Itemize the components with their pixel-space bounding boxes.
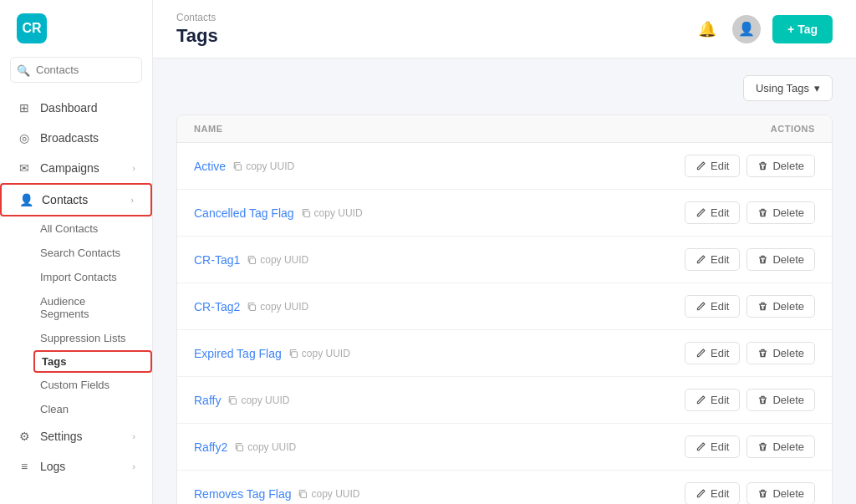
row-actions: Edit Delete — [685, 295, 815, 318]
edit-button[interactable]: Edit — [685, 155, 740, 177]
sidebar-item-broadcasts[interactable]: ◎ Broadcasts — [0, 123, 152, 153]
notifications-icon[interactable]: 🔔 — [694, 16, 721, 43]
svg-rect-0 — [236, 164, 242, 170]
trash-icon — [757, 160, 768, 171]
table-row: Raffy2 copy UUID Edit Delete — [177, 424, 832, 471]
tag-name[interactable]: CR-Tag1 — [194, 253, 240, 267]
sidebar-item-label: Campaigns — [40, 161, 99, 175]
copy-uuid-button[interactable]: copy UUID — [227, 395, 289, 406]
svg-rect-4 — [292, 351, 298, 357]
svg-rect-7 — [301, 491, 307, 497]
edit-button[interactable]: Edit — [685, 482, 740, 504]
delete-button[interactable]: Delete — [746, 482, 815, 504]
logo-area: CR — [0, 0, 152, 57]
subnav-tags[interactable]: Tags — [33, 350, 152, 373]
sidebar: CR 🔍 ⊞ Dashboard ◎ Broadcasts ✉ Campaign… — [0, 0, 153, 504]
sidebar-item-campaigns[interactable]: ✉ Campaigns › — [0, 153, 152, 183]
column-header-actions: ACTIONS — [771, 124, 815, 134]
tag-name-cell: Raffy2 copy UUID — [194, 440, 296, 454]
edit-icon — [696, 441, 706, 452]
delete-button[interactable]: Delete — [746, 435, 815, 458]
tag-name[interactable]: Cancelled Tag Flag — [194, 206, 294, 220]
delete-button[interactable]: Delete — [746, 201, 815, 224]
subnav-audience-segments[interactable]: Audience Segments — [40, 289, 152, 326]
copy-icon — [247, 302, 257, 312]
copy-uuid-button[interactable]: copy UUID — [247, 254, 308, 266]
sidebar-item-logs[interactable]: ≡ Logs › — [0, 451, 152, 481]
edit-icon — [696, 254, 706, 265]
tag-name[interactable]: Raffy — [194, 394, 221, 407]
settings-icon: ⚙ — [17, 430, 32, 443]
filter-label: Using Tags — [756, 82, 809, 94]
subnav-custom-fields[interactable]: Custom Fields — [40, 373, 152, 397]
edit-button[interactable]: Edit — [685, 248, 740, 271]
edit-icon — [696, 395, 706, 405]
delete-button[interactable]: Delete — [746, 248, 815, 271]
tag-name-cell: Expired Tag Flag copy UUID — [194, 347, 350, 360]
sidebar-item-settings[interactable]: ⚙ Settings › — [0, 421, 152, 451]
edit-button[interactable]: Edit — [685, 201, 740, 224]
user-avatar[interactable]: 👤 — [732, 15, 761, 43]
copy-uuid-button[interactable]: copy UUID — [232, 160, 294, 172]
row-actions: Edit Delete — [685, 155, 815, 177]
copy-uuid-button[interactable]: copy UUID — [288, 348, 350, 359]
tag-name-cell: CR-Tag2 copy UUID — [194, 300, 308, 313]
edit-icon — [696, 348, 706, 359]
app-logo: CR — [17, 13, 47, 43]
tag-name[interactable]: CR-Tag2 — [194, 300, 240, 313]
trash-icon — [757, 441, 768, 452]
chevron-right-icon: › — [132, 431, 135, 441]
table-body: Active copy UUID Edit Delete — [177, 143, 832, 504]
copy-uuid-button[interactable]: copy UUID — [234, 441, 296, 453]
copy-icon — [227, 395, 237, 405]
trash-icon — [757, 207, 768, 218]
sidebar-item-dashboard[interactable]: ⊞ Dashboard — [0, 93, 152, 123]
delete-button[interactable]: Delete — [746, 389, 815, 411]
copy-uuid-button[interactable]: copy UUID — [298, 488, 359, 500]
chevron-down-icon: ▾ — [814, 82, 820, 94]
svg-rect-5 — [231, 398, 237, 404]
contacts-icon: 👤 — [18, 193, 33, 206]
topbar-right: 🔔 👤 + Tag — [694, 15, 833, 43]
tag-name[interactable]: Expired Tag Flag — [194, 347, 282, 360]
sidebar-item-label: Contacts — [42, 193, 88, 206]
delete-button[interactable]: Delete — [746, 342, 815, 364]
edit-button[interactable]: Edit — [685, 295, 740, 318]
tags-table: NAME ACTIONS Active copy UUID Edit — [176, 115, 833, 504]
main-content: Contacts Tags 🔔 👤 + Tag Using Tags ▾ NAM… — [153, 0, 856, 504]
chevron-right-icon: › — [130, 195, 134, 205]
delete-button[interactable]: Delete — [746, 155, 815, 177]
using-tags-dropdown[interactable]: Using Tags ▾ — [743, 75, 833, 101]
edit-button[interactable]: Edit — [685, 435, 740, 458]
subnav-suppression-lists[interactable]: Suppression Lists — [40, 326, 152, 350]
subnav-all-contacts[interactable]: All Contacts — [40, 216, 152, 241]
add-tag-button[interactable]: + Tag — [772, 15, 833, 43]
sidebar-item-label: Settings — [40, 430, 83, 443]
copy-icon — [232, 161, 242, 171]
chevron-right-icon: › — [132, 461, 135, 471]
svg-rect-3 — [250, 304, 256, 310]
contacts-subnav: All Contacts Search Contacts Import Cont… — [0, 216, 152, 421]
svg-rect-6 — [237, 445, 243, 451]
edit-button[interactable]: Edit — [685, 389, 740, 411]
sidebar-item-label: Broadcasts — [40, 131, 99, 145]
copy-uuid-button[interactable]: copy UUID — [301, 207, 363, 219]
delete-button[interactable]: Delete — [746, 295, 815, 318]
sidebar-item-contacts[interactable]: 👤 Contacts › — [0, 183, 152, 216]
column-header-name: NAME — [194, 124, 223, 134]
subnav-clean[interactable]: Clean — [40, 397, 152, 421]
tag-name[interactable]: Removes Tag Flag — [194, 487, 291, 501]
trash-icon — [757, 488, 768, 499]
row-actions: Edit Delete — [685, 248, 815, 271]
tag-name[interactable]: Raffy2 — [194, 440, 227, 454]
tag-name-cell: Removes Tag Flag copy UUID — [194, 487, 359, 501]
table-header: NAME ACTIONS — [177, 115, 832, 143]
subnav-search-contacts[interactable]: Search Contacts — [40, 241, 152, 265]
copy-uuid-button[interactable]: copy UUID — [247, 301, 308, 313]
subnav-import-contacts[interactable]: Import Contacts — [40, 265, 152, 289]
edit-button[interactable]: Edit — [685, 342, 740, 364]
breadcrumb: Contacts — [176, 12, 218, 23]
nav-menu: ⊞ Dashboard ◎ Broadcasts ✉ Campaigns › 👤… — [0, 93, 152, 504]
tag-name[interactable]: Active — [194, 160, 226, 173]
copy-icon — [301, 208, 311, 218]
